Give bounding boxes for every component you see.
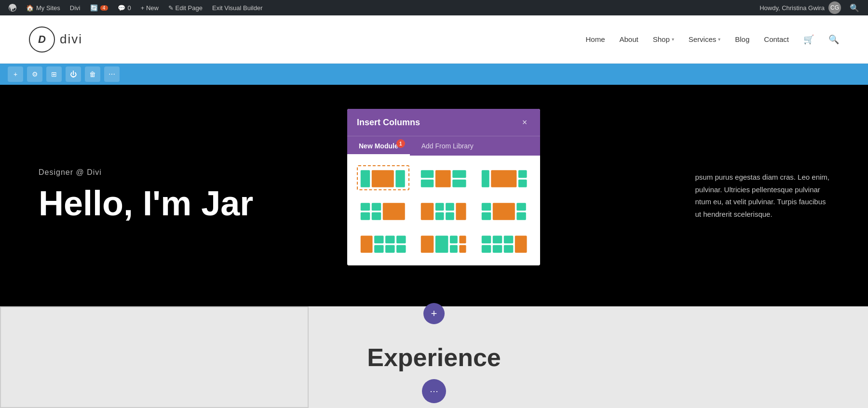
modal-header: Insert Columns × xyxy=(347,109,540,136)
column-layout-rightbig-svg xyxy=(481,201,528,222)
layout-icon: ⊞ xyxy=(51,70,57,78)
logo-icon: D xyxy=(29,26,55,53)
hero-body-text: psum purus egestas diam cras. Leo enim, … xyxy=(695,171,829,220)
power-btn[interactable]: ⏻ xyxy=(66,66,81,82)
svg-rect-7 xyxy=(453,180,466,187)
column-layouts-grid xyxy=(357,165,530,256)
column-layout-9[interactable] xyxy=(478,231,530,256)
delete-btn[interactable]: 🗑 xyxy=(85,66,100,82)
user-account-btn[interactable]: Howdy, Christina Gwira CG 🔍 xyxy=(755,1,864,14)
svg-rect-14 xyxy=(372,203,381,211)
svg-rect-8 xyxy=(481,170,489,187)
svg-rect-17 xyxy=(421,203,434,220)
my-sites-icon: 🏠 xyxy=(26,4,34,12)
svg-rect-37 xyxy=(450,236,458,243)
svg-rect-27 xyxy=(516,212,526,220)
column-layout-4equal[interactable] xyxy=(357,165,409,190)
svg-rect-20 xyxy=(446,203,454,211)
column-layout-leftbig[interactable] xyxy=(357,198,409,223)
nav-shop[interactable]: Shop ▾ xyxy=(653,35,674,43)
svg-rect-11 xyxy=(518,180,527,187)
modal-title: Insert Columns xyxy=(357,118,420,128)
floating-action-btn[interactable]: ⋯ xyxy=(422,379,446,403)
cart-icon[interactable]: 🛒 xyxy=(803,34,814,45)
page-content: Designer @ Divi Hello, I'm Jar psum puru… xyxy=(0,85,868,408)
svg-rect-2 xyxy=(395,170,405,187)
add-row-icon: + xyxy=(431,307,437,320)
hero-text-block: Designer @ Divi Hello, I'm Jar xyxy=(39,168,253,223)
hero-subtitle: Designer @ Divi xyxy=(39,168,253,177)
svg-rect-47 xyxy=(515,236,527,252)
column-layout-bigcenter[interactable] xyxy=(417,165,470,190)
add-row-btn[interactable]: + xyxy=(423,303,445,324)
divi-btn[interactable]: Divi xyxy=(65,0,85,15)
services-dropdown-arrow: ▾ xyxy=(718,37,720,42)
add-section-btn[interactable]: + xyxy=(8,66,23,82)
experience-title: Experience xyxy=(367,343,501,372)
more-options-btn[interactable]: ⋯ xyxy=(104,66,120,82)
svg-rect-3 xyxy=(421,170,434,178)
column-layout-7-svg xyxy=(360,234,407,255)
column-layout-4equal-svg xyxy=(360,168,407,189)
svg-rect-28 xyxy=(361,236,373,252)
edit-page-btn[interactable]: ✎ Edit Page xyxy=(163,0,207,15)
nav-blog[interactable]: Blog xyxy=(735,35,749,43)
new-content-btn[interactable]: + New xyxy=(136,0,163,15)
user-greeting: Howdy, Christina Gwira xyxy=(760,4,825,12)
column-layout-7[interactable] xyxy=(357,231,409,256)
tab-add-library[interactable]: Add From Library xyxy=(410,136,485,156)
site-header: D divi Home About Shop ▾ Services ▾ Blog… xyxy=(0,15,868,64)
search-icon[interactable]: 🔍 xyxy=(850,3,859,13)
svg-rect-39 xyxy=(460,236,466,243)
column-layout-bigcenter-svg xyxy=(420,168,467,189)
svg-rect-4 xyxy=(421,180,434,187)
updates-btn[interactable]: 🔄 4 xyxy=(85,0,113,15)
hero-title: Hello, I'm Jar xyxy=(39,184,253,223)
nav-contact[interactable]: Contact xyxy=(764,35,789,43)
svg-rect-5 xyxy=(435,170,451,187)
tab-new-module[interactable]: New Module 1 xyxy=(347,136,410,156)
column-layout-rightbig[interactable] xyxy=(478,198,530,223)
column-layout-mixed-svg xyxy=(420,201,467,222)
wp-logo-btn[interactable] xyxy=(4,0,21,15)
modal-close-btn[interactable]: × xyxy=(519,117,530,128)
updates-badge: 4 xyxy=(100,5,108,11)
svg-rect-35 xyxy=(421,236,434,252)
svg-rect-44 xyxy=(492,245,502,253)
site-logo[interactable]: D divi xyxy=(29,26,82,53)
svg-rect-10 xyxy=(518,170,527,178)
svg-rect-36 xyxy=(435,236,448,252)
column-layout-leftbig-svg xyxy=(360,201,407,222)
svg-rect-13 xyxy=(361,212,370,220)
svg-rect-23 xyxy=(481,203,490,211)
layout-btn[interactable]: ⊞ xyxy=(46,66,62,82)
comments-btn[interactable]: 💬 0 xyxy=(113,0,136,15)
svg-rect-21 xyxy=(446,212,454,220)
column-layout-8[interactable] xyxy=(417,231,470,256)
header-search-icon[interactable]: 🔍 xyxy=(828,34,839,45)
my-sites-btn[interactable]: 🏠 My Sites xyxy=(21,0,65,15)
settings-btn[interactable]: ⚙ xyxy=(27,66,42,82)
nav-home[interactable]: Home xyxy=(585,35,605,43)
modal-tabs: New Module 1 Add From Library xyxy=(347,136,540,156)
insert-columns-modal: Insert Columns × New Module 1 Add From L… xyxy=(347,109,540,265)
nav-about[interactable]: About xyxy=(619,35,638,43)
builder-toolbar: + ⚙ ⊞ ⏻ 🗑 ⋯ xyxy=(0,64,868,85)
svg-rect-25 xyxy=(492,203,515,220)
column-layout-mixed[interactable] xyxy=(417,198,470,223)
add-icon: + xyxy=(14,70,17,78)
svg-rect-18 xyxy=(435,203,444,211)
svg-rect-38 xyxy=(450,245,458,253)
svg-rect-16 xyxy=(383,203,405,220)
svg-rect-9 xyxy=(491,170,516,187)
column-layout-bigleft-svg xyxy=(481,168,528,189)
column-layout-bigleft[interactable] xyxy=(478,165,530,190)
more-icon: ⋯ xyxy=(108,70,115,78)
svg-rect-26 xyxy=(516,203,526,211)
exit-builder-btn[interactable]: Exit Visual Builder xyxy=(207,0,268,15)
tab-badge: 1 xyxy=(396,139,405,148)
shop-dropdown-arrow: ▾ xyxy=(672,37,674,42)
nav-services[interactable]: Services ▾ xyxy=(689,35,721,43)
svg-rect-43 xyxy=(492,236,502,243)
svg-rect-46 xyxy=(503,245,513,253)
